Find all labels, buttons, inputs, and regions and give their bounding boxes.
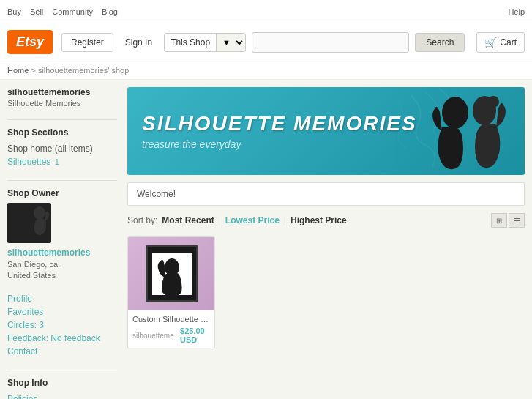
sidebar-info: Shop Info Policies — [7, 378, 117, 399]
sidebar-shop-subtitle: Silhouette Memories — [7, 99, 117, 108]
sidebar-shop-info: silhouettememories Silhouette Memories — [7, 87, 117, 108]
sort-divider-2: | — [284, 215, 286, 225]
nav-help[interactable]: Help — [508, 7, 525, 16]
avatar — [7, 203, 51, 243]
owner-name[interactable]: silhouettememories — [7, 247, 117, 258]
register-button[interactable]: Register — [61, 33, 113, 52]
product-silhouette-svg — [152, 253, 192, 295]
top-nav-links: Buy Sell Community Blog — [7, 7, 118, 16]
avatar-silhouette — [7, 203, 51, 243]
sidebar-sections: Shop Sections Shop home (all items) Silh… — [7, 127, 117, 168]
view-toggle: ⊞ ☰ — [491, 213, 525, 228]
sidebar-divider-2 — [7, 180, 117, 181]
sort-label: Sort by: — [127, 215, 157, 225]
product-shop: silhouetteme... — [132, 332, 180, 340]
sidebar-profile-link[interactable]: Profile — [7, 292, 117, 305]
cart-icon: 🛒 — [484, 37, 497, 48]
sort-lowest-price[interactable]: Lowest Price — [225, 215, 280, 225]
shop-selector[interactable]: This Shop ▼ — [164, 33, 246, 52]
grid-view-button[interactable]: ⊞ — [491, 213, 507, 228]
banner-silhouette — [415, 87, 517, 175]
banner-silhouette-svg — [415, 87, 517, 175]
etsy-logo[interactable]: Etsy — [7, 30, 53, 54]
sidebar-contact-link[interactable]: Contact — [7, 345, 117, 358]
sidebar-silhouettes-label: Silhouettes — [7, 157, 50, 167]
product-info: Custom Silhouette of your ... silhouette… — [128, 310, 214, 348]
cart-button[interactable]: 🛒 Cart — [476, 32, 525, 53]
svg-point-0 — [15, 206, 26, 220]
search-button[interactable]: Search — [415, 33, 465, 52]
owner-city: San Diego, ca, — [7, 259, 117, 270]
sidebar-divider-3 — [7, 370, 117, 370]
sidebar-info-title: Shop Info — [7, 378, 117, 388]
sidebar-owner-title: Shop Owner — [7, 188, 117, 198]
svg-point-1 — [34, 206, 45, 220]
table-row[interactable]: Custom Silhouette of your ... silhouette… — [127, 236, 215, 348]
shop-selector-dropdown[interactable]: ▼ — [217, 34, 245, 51]
welcome-text: Welcome! — [137, 189, 176, 199]
sidebar-shop-name: silhouettememories — [7, 87, 117, 97]
welcome-bar: Welcome! — [127, 182, 525, 206]
breadcrumb-separator: > — [31, 66, 37, 75]
svg-point-4 — [487, 96, 499, 108]
product-grid: Custom Silhouette of your ... silhouette… — [127, 236, 525, 348]
sidebar: silhouettememories Silhouette Memories S… — [7, 87, 117, 399]
sidebar-silhouettes-count: 1 — [55, 157, 59, 166]
top-nav: Buy Sell Community Blog Help — [0, 0, 532, 23]
product-frame — [146, 245, 198, 302]
sidebar-sections-title: Shop Sections — [7, 127, 117, 138]
list-view-button[interactable]: ☰ — [509, 213, 525, 228]
product-meta: silhouetteme... $25.00 USD — [132, 327, 210, 344]
nav-buy[interactable]: Buy — [7, 7, 21, 16]
search-input[interactable] — [252, 32, 409, 53]
nav-blog[interactable]: Blog — [102, 7, 118, 16]
owner-country: United States — [7, 270, 117, 281]
banner-text-area: SILHOUETTE MEMORIES treasure the everyda… — [142, 112, 417, 150]
sort-most-recent[interactable]: Most Recent — [162, 215, 214, 225]
signin-button[interactable]: Sign In — [119, 34, 158, 51]
banner-title: SILHOUETTE MEMORIES — [142, 112, 417, 135]
product-price: $25.00 USD — [180, 327, 210, 344]
shop-selector-label: This Shop — [165, 34, 217, 51]
cart-label: Cart — [500, 37, 517, 48]
breadcrumb-home[interactable]: Home — [7, 66, 29, 75]
sidebar-divider-1 — [7, 119, 117, 120]
product-frame-inner — [152, 253, 192, 295]
header: Etsy Register Sign In This Shop ▼ Search… — [0, 23, 532, 61]
content-area: SILHOUETTE MEMORIES treasure the everyda… — [127, 87, 525, 399]
sort-bar: Sort by: Most Recent | Lowest Price | Hi… — [127, 213, 525, 228]
banner-subtitle: treasure the everyday — [142, 138, 417, 150]
product-title: Custom Silhouette of your ... — [132, 314, 210, 324]
svg-point-2 — [442, 97, 468, 129]
main-layout: silhouettememories Silhouette Memories S… — [0, 80, 532, 399]
sidebar-circles-link[interactable]: Circles: 3 — [7, 318, 117, 332]
sidebar-item-silhouettes[interactable]: Silhouettes 1 — [7, 155, 117, 168]
product-thumbnail — [128, 237, 215, 310]
nav-sell[interactable]: Sell — [30, 7, 43, 16]
sidebar-feedback-link[interactable]: Feedback: No feedback — [7, 332, 117, 345]
sort-divider-1: | — [219, 215, 221, 225]
sidebar-favorites-link[interactable]: Favorites — [7, 305, 117, 318]
sidebar-policies-link[interactable]: Policies — [7, 392, 117, 399]
breadcrumb: Home > silhouettememories' shop — [0, 61, 532, 80]
breadcrumb-current: silhouettememories' shop — [38, 66, 129, 75]
sidebar-owner: Shop Owner silhouettememories San Diego,… — [7, 188, 117, 358]
shop-banner: SILHOUETTE MEMORIES treasure the everyda… — [127, 87, 525, 175]
sort-highest-price[interactable]: Highest Price — [291, 215, 347, 225]
sidebar-item-home[interactable]: Shop home (all items) — [7, 142, 117, 155]
nav-community[interactable]: Community — [52, 7, 93, 16]
